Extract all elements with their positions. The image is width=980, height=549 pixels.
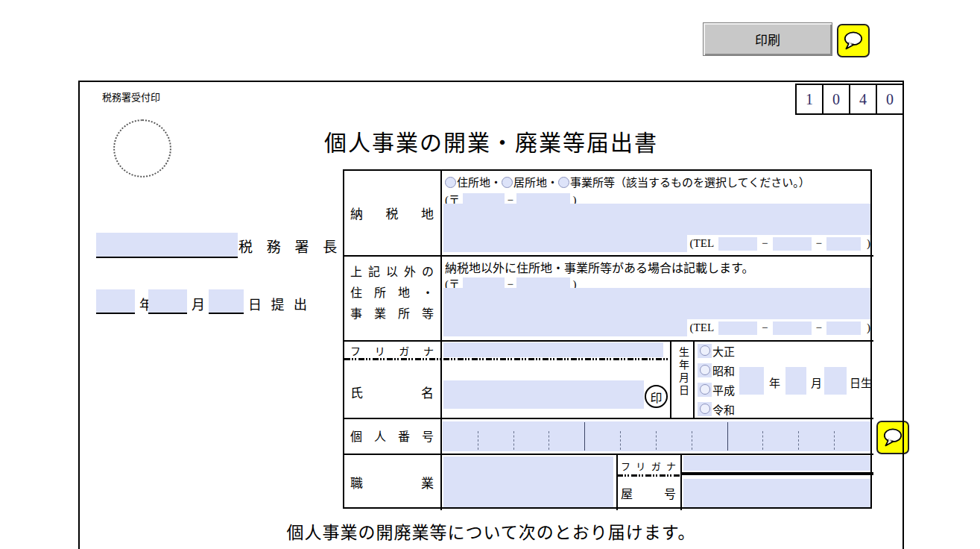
divider: [693, 340, 695, 418]
other-address-input[interactable]: [443, 288, 870, 319]
dash-label: −: [816, 237, 822, 250]
trade-name-label: 屋 号: [621, 484, 676, 502]
furigana-label: フ リ ガ ナ: [350, 343, 434, 358]
divider: [616, 454, 618, 510]
declaration-sentence: 個人事業の開廃業等について次のとおり届けます。: [80, 518, 902, 544]
era-label: 大正: [712, 343, 735, 359]
tel-prefix: (TEL: [690, 321, 714, 334]
pn-digit-cell[interactable]: [514, 421, 550, 451]
radio-era-heisei[interactable]: [698, 383, 712, 397]
personal-number-label: 個 人 番 号: [350, 427, 434, 445]
radio-label: 事業所等: [570, 177, 615, 189]
form-sheet: 税務署受付印 1 0 4 0 個人事業の開業・廃業等届出書 税 務 署 長 年 …: [78, 81, 904, 549]
thick-divider: [680, 472, 873, 475]
pn-digit-cell[interactable]: [692, 421, 728, 451]
other-address-label-line3: 事 業 所 等: [350, 304, 434, 321]
trade-name-input[interactable]: [683, 479, 870, 507]
radio-era-showa[interactable]: [698, 363, 712, 377]
submit-year-input[interactable]: [96, 289, 135, 314]
code-digit: 4: [849, 84, 877, 115]
tel-input-3[interactable]: [826, 237, 861, 251]
divider: [670, 340, 671, 418]
radio-label: 居所地・: [513, 177, 558, 189]
trade-name-furigana-input[interactable]: [683, 456, 870, 471]
pn-digit-cell[interactable]: [799, 421, 835, 451]
other-address-label-line2: 住 所 地 ・: [350, 283, 434, 301]
era-option-showa: 昭和: [698, 362, 735, 378]
birthdate-label: 生年月日: [675, 347, 690, 398]
divider: [680, 454, 682, 510]
radio-note: （該当するものを選択してください。）: [615, 177, 810, 189]
pn-digit-cell[interactable]: [549, 421, 585, 451]
pn-digit-cell[interactable]: [657, 421, 692, 451]
form-title: 個人事業の開業・廃業等届出書: [80, 125, 902, 157]
radio-address-type-residence[interactable]: [502, 177, 513, 188]
era-option-taisho: 大正: [698, 342, 735, 359]
form-code-boxes: 1 0 4 0: [797, 84, 904, 115]
radio-address-type-office[interactable]: [558, 177, 569, 188]
radio-era-reiwa[interactable]: [698, 402, 712, 416]
birth-day-input[interactable]: [824, 367, 847, 395]
print-button[interactable]: 印刷: [703, 22, 832, 56]
pn-digit-cell[interactable]: [478, 421, 514, 451]
seal-mark: 印: [645, 385, 668, 408]
birth-year-input[interactable]: [739, 367, 764, 395]
paren-close: ): [867, 237, 870, 250]
divider: [344, 255, 873, 257]
name-input[interactable]: [443, 380, 644, 409]
submit-day-input[interactable]: [209, 289, 244, 314]
pn-digit-cell[interactable]: [728, 421, 764, 451]
radio-icon: [700, 384, 710, 395]
trade-name-furigana-label: フリガナ: [621, 459, 676, 473]
birth-month-input[interactable]: [785, 367, 806, 395]
dash-label: −: [816, 321, 822, 334]
divider: [344, 340, 873, 342]
code-digit: 0: [876, 84, 904, 115]
dashdot-divider: [344, 358, 670, 360]
tax-address-input[interactable]: [443, 204, 870, 235]
submit-month-input[interactable]: [148, 289, 187, 314]
other-address-note: 納税地以外に住所地・事業所等がある場合は記載します。: [445, 258, 753, 276]
other-address-tel-line: (TEL − − ): [443, 319, 870, 336]
personal-number-input[interactable]: [443, 421, 870, 451]
other-address-label-line1: 上 記 以 外 の: [350, 262, 434, 280]
tel-input-3[interactable]: [826, 321, 861, 335]
dash-label: −: [762, 237, 768, 250]
help-bubble-button-top[interactable]: [837, 24, 870, 57]
tel-input-1[interactable]: [718, 237, 757, 251]
era-label: 昭和: [712, 363, 735, 378]
pn-digit-cell[interactable]: [443, 421, 478, 451]
other-address-input-continued[interactable]: [443, 319, 687, 336]
tel-input-2[interactable]: [773, 321, 812, 335]
name-furigana-input[interactable]: [443, 342, 663, 357]
tax-address-input-continued[interactable]: [443, 235, 687, 252]
era-option-heisei: 平成: [698, 381, 735, 398]
divider: [344, 418, 873, 419]
page: 印刷 税務署受付印 1 0 4 0 個人事業の開業・廃業等届出書 税 務 署 長: [0, 0, 980, 549]
divider: [344, 454, 873, 455]
form-table: 納 税 地 住所地・居所地・事業所等（該当するものを選択してください。） (〒 …: [343, 169, 872, 509]
pn-digit-cell[interactable]: [763, 421, 799, 451]
tax-address-tel-line: (TEL − − ): [443, 235, 870, 252]
pn-digit-cell[interactable]: [835, 421, 870, 451]
radio-era-taisho[interactable]: [698, 344, 712, 358]
radio-icon: [700, 365, 710, 375]
tel-prefix: (TEL: [690, 237, 714, 250]
tax-office-receipt-stamp-label: 税務署受付印: [102, 90, 160, 104]
tax-office-name-input[interactable]: [96, 233, 238, 258]
tax-address-label: 納 税 地: [350, 204, 434, 222]
occupation-input[interactable]: [443, 457, 613, 507]
pn-digit-cell[interactable]: [585, 421, 621, 451]
code-digit: 1: [795, 84, 823, 115]
birth-year-label: 年: [769, 374, 780, 390]
tel-input-2[interactable]: [773, 237, 812, 251]
tel-input-1[interactable]: [718, 321, 757, 335]
month-label: 月: [192, 294, 208, 313]
radio-address-type-home[interactable]: [445, 177, 456, 188]
paren-close: ): [867, 321, 870, 334]
radio-label: 住所地・: [457, 177, 502, 189]
tax-office-director-label: 税 務 署 長: [238, 236, 342, 256]
seal-char: 印: [650, 388, 662, 406]
tax-address-radio-line: 住所地・居所地・事業所等（該当するものを選択してください。）: [445, 174, 810, 189]
pn-digit-cell[interactable]: [621, 421, 657, 451]
